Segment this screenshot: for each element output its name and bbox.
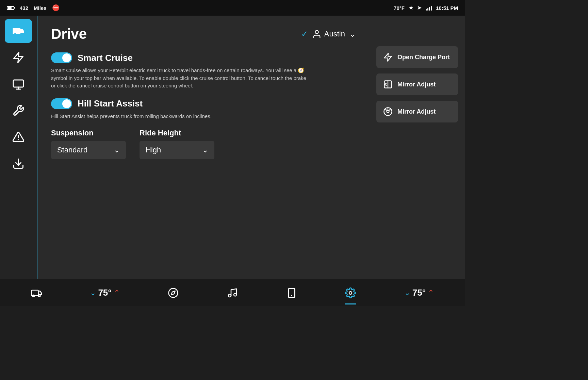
svg-point-26 <box>349 292 352 294</box>
smart-cruise-description: Smart Cruise allows your Peterbilt elect… <box>51 67 306 90</box>
hill-start-section: Hill Start Assist Hill Start Assist help… <box>51 98 356 120</box>
compass-icon <box>168 287 179 298</box>
mirror-adjust-2-button[interactable]: Mirror Adjust <box>376 101 458 122</box>
bottom-drive-icon[interactable] <box>31 287 42 298</box>
ride-height-label: Ride Height <box>140 129 214 137</box>
display-icon <box>12 78 24 90</box>
smart-cruise-section: Smart Cruise Smart Cruise allows your Pe… <box>51 52 356 90</box>
left-temp-up[interactable]: ⌃ <box>114 288 120 297</box>
miles-value: 432 <box>20 5 28 11</box>
suspension-chevron-icon: ⌄ <box>114 146 120 154</box>
hill-start-toggle-row: Hill Start Assist <box>51 98 356 109</box>
steering-wheel-icon <box>383 107 393 116</box>
bottom-phone-item[interactable] <box>286 287 297 298</box>
svg-point-2 <box>21 33 23 35</box>
ride-height-group: Ride Height High ⌄ <box>140 129 214 159</box>
alert-icon <box>12 131 24 143</box>
right-temp-value: 75° <box>412 287 426 298</box>
content-area: Drive ✓ Austin ⌄ Smart Cruise <box>37 16 370 279</box>
svg-point-19 <box>38 295 40 297</box>
right-temp-control: ⌄ 75° ⌃ <box>404 287 434 298</box>
left-temp-down[interactable]: ⌄ <box>90 288 96 297</box>
content-header: Drive ✓ Austin ⌄ <box>51 26 356 42</box>
user-info[interactable]: Austin <box>312 29 345 39</box>
bottom-music-item[interactable]: ♫ <box>227 287 238 298</box>
sidebar-item-power[interactable] <box>5 46 32 69</box>
right-temp-down[interactable]: ⌄ <box>404 288 410 297</box>
bottom-truck-icon <box>31 287 42 298</box>
wrench-icon <box>12 104 24 117</box>
status-left: 432 Miles ⛔ <box>7 4 60 12</box>
ride-height-dropdown[interactable]: High ⌄ <box>140 141 214 159</box>
user-name: Austin <box>324 30 345 38</box>
svg-rect-17 <box>31 290 38 296</box>
dropdowns-section: Suspension Standard ⌄ Ride Height High ⌄ <box>51 129 356 159</box>
smart-cruise-toggle-row: Smart Cruise <box>51 52 356 63</box>
page-title: Drive <box>51 26 87 42</box>
open-charge-port-button[interactable]: Open Charge Port <box>376 46 458 68</box>
svg-point-20 <box>169 288 178 297</box>
sidebar-item-display[interactable] <box>5 72 32 96</box>
suspension-value: Standard <box>57 146 87 154</box>
svg-point-9 <box>315 31 318 34</box>
status-right: 70°F ★ ➤ 10:51 PM <box>394 5 458 11</box>
user-icon <box>312 29 322 39</box>
right-panel: Open Charge Port Mirror Adjust Mirror Ad… <box>370 16 465 279</box>
bluetooth-icon: ★ <box>409 5 413 11</box>
sidebar <box>0 16 37 279</box>
charge-icon <box>383 52 393 62</box>
signal-bars <box>426 5 432 11</box>
svg-rect-0 <box>13 28 21 34</box>
suspension-dropdown[interactable]: Standard ⌄ <box>51 141 126 159</box>
sidebar-item-maintenance[interactable] <box>5 99 32 122</box>
mirror-adjust-1-label: Mirror Adjust <box>397 81 436 88</box>
svg-marker-21 <box>172 291 175 295</box>
svg-rect-3 <box>13 80 23 87</box>
lightning-icon <box>12 51 24 64</box>
seatbelt-icon: ⛔ <box>52 4 60 12</box>
battery-icon <box>7 6 14 10</box>
svg-point-22 <box>228 294 231 297</box>
svg-line-15 <box>385 109 387 111</box>
miles-label: Miles <box>34 5 47 11</box>
svg-point-23 <box>234 293 236 296</box>
svg-point-1 <box>14 33 16 35</box>
music-icon: ♫ <box>227 287 238 298</box>
user-chevron-icon[interactable]: ⌄ <box>349 29 356 39</box>
main-layout: Drive ✓ Austin ⌄ Smart Cruise <box>0 16 465 279</box>
sidebar-item-alerts[interactable] <box>5 125 32 149</box>
mirror-adjust-1-button[interactable]: Mirror Adjust <box>376 73 458 95</box>
download-icon <box>12 158 24 170</box>
suspension-group: Suspension Standard ⌄ <box>51 129 126 159</box>
truck-icon <box>12 25 24 37</box>
phone-icon <box>286 287 297 298</box>
bottom-bar: ⌄ 75° ⌃ ♫ ⌄ 75° ⌃ <box>0 279 465 306</box>
location-icon: ➤ <box>417 5 422 11</box>
status-bar: 432 Miles ⛔ 70°F ★ ➤ 10:51 PM <box>0 0 465 16</box>
bottom-settings-item[interactable] <box>345 287 356 298</box>
bottom-compass-item[interactable] <box>168 287 179 298</box>
left-temp-value: 75° <box>98 287 111 298</box>
left-temp-control: ⌄ 75° ⌃ <box>90 287 119 298</box>
user-section: ✓ Austin ⌄ <box>301 29 356 39</box>
check-icon: ✓ <box>301 29 308 39</box>
suspension-label: Suspension <box>51 129 126 137</box>
sidebar-item-drive[interactable] <box>5 19 32 43</box>
open-charge-port-label: Open Charge Port <box>397 54 450 61</box>
settings-icon <box>345 287 356 298</box>
ride-height-value: High <box>146 146 161 154</box>
mirror-adjust-2-label: Mirror Adjust <box>397 108 436 115</box>
sidebar-item-download[interactable] <box>5 152 32 176</box>
svg-line-16 <box>389 109 391 111</box>
hill-start-toggle[interactable] <box>51 98 72 109</box>
hill-start-label: Hill Start Assist <box>78 98 143 109</box>
ride-height-chevron-icon: ⌄ <box>202 146 208 154</box>
smart-cruise-label: Smart Cruise <box>78 53 133 63</box>
mirror-icon-1 <box>383 80 393 89</box>
time: 10:51 PM <box>436 5 458 11</box>
right-temp-up[interactable]: ⌃ <box>428 288 434 297</box>
hill-start-description: Hill Start Assist helps prevents truck f… <box>51 113 306 120</box>
smart-cruise-toggle[interactable] <box>51 52 72 63</box>
temperature: 70°F <box>394 5 405 11</box>
